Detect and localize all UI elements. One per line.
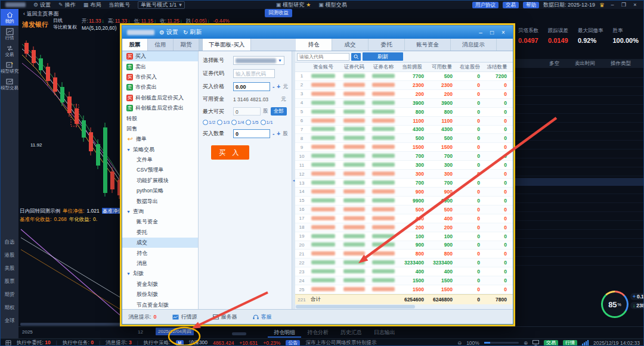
backtest-profit-button[interactable]: 回测收益 (265, 9, 292, 17)
bottom-tab[interactable]: 持仓分析 (301, 328, 335, 338)
menu-item[interactable]: 买科创板盘后定价买入 (122, 93, 198, 103)
tree-expand-icon[interactable]: ▼ (126, 148, 131, 152)
sidebar-market-item[interactable]: 股票 (1, 275, 18, 288)
sidebar-market-item[interactable]: 期权 (1, 301, 18, 314)
menu-item[interactable]: 卖卖出 (122, 61, 198, 71)
table-row[interactable]: 1650050000 (295, 205, 513, 214)
table-row[interactable]: 850050000 (295, 134, 513, 143)
qty-minus-button[interactable]: - (273, 130, 274, 137)
server-button[interactable]: 服务器 (213, 313, 237, 321)
table-row[interactable]: 61100110000 (295, 117, 513, 126)
table-refresh-button[interactable]: 刷新 (363, 52, 403, 61)
table-row[interactable]: 580080000 (295, 108, 513, 117)
table-row[interactable]: 1740040000 (295, 214, 513, 223)
operation-menu[interactable]: ✎操作 (58, 1, 76, 9)
menu-item[interactable]: 买市价买入 (122, 72, 198, 82)
buy-quantity-input[interactable] (233, 129, 270, 138)
strategy-icon[interactable]: M (176, 340, 184, 346)
timeline-mini-scrollbar[interactable] (232, 332, 246, 335)
table-row[interactable]: 2340040000 (295, 267, 513, 276)
menu-item[interactable]: 节点资金划拨 (122, 300, 198, 309)
fraction-radio[interactable]: 1/1 (261, 120, 273, 125)
table-row[interactable]: 159900990000 (295, 197, 513, 205)
bottom-tab[interactable]: 日志输出 (368, 328, 401, 338)
dialog-tab[interactable]: 信用 (148, 39, 174, 51)
column-header[interactable] (295, 63, 308, 71)
index-name[interactable]: 沪深300 (189, 339, 208, 346)
dialog-minimize-button[interactable]: – (476, 29, 485, 36)
table-row[interactable]: 1070070000 (295, 152, 513, 161)
fraction-radio[interactable]: 1/4 (231, 120, 244, 125)
all-button[interactable]: 全部 (271, 107, 287, 116)
menu-item[interactable]: 回售 (122, 124, 198, 134)
menu-item[interactable]: 文件单 (122, 155, 198, 165)
table-row[interactable]: 320020000 (295, 90, 513, 99)
dialog-tab[interactable]: 股票 (122, 39, 148, 51)
positions-tab[interactable]: 成交 (332, 39, 369, 51)
dialog-close-button[interactable]: × (499, 29, 508, 36)
bottom-tab[interactable]: 持仓明细 (268, 328, 301, 338)
dialog-settings-button[interactable]: ⚙设置 (159, 28, 178, 36)
menu-item[interactable]: 卖市价卖出 (122, 82, 198, 92)
table-row[interactable]: 2180080000 (295, 250, 513, 258)
window-close-button[interactable]: × (631, 2, 639, 8)
period-adjust-label[interactable]: 日线等比前复权 (53, 17, 77, 33)
zoom-slider[interactable] (484, 342, 519, 344)
column-header[interactable]: 在途股份 (456, 63, 484, 71)
menu-item[interactable]: ↩撤单 (122, 134, 198, 144)
menu-item[interactable]: ▼划拨 (122, 269, 198, 279)
settings-menu[interactable]: ⚙设置 (33, 1, 51, 9)
sidebar-market-item[interactable]: 自选 (1, 236, 18, 249)
table-row[interactable]: 43900390000 (295, 99, 513, 108)
buy-submit-button[interactable]: 买 入 (211, 145, 249, 160)
menu-item[interactable]: ▼策略交易 (122, 145, 198, 155)
positions-tab[interactable]: 持仓 (296, 39, 332, 51)
sidebar-item-chart[interactable]: 行情 (1, 26, 18, 42)
quote-source-button[interactable]: 行情源 (172, 313, 197, 321)
trade-button[interactable]: 交易 (503, 2, 519, 8)
crown-icon[interactable]: ♛ (599, 2, 605, 8)
menu-item[interactable]: 卖科创板盘后定价卖出 (122, 103, 198, 113)
sidebar-market-item[interactable]: 港股 (1, 249, 18, 262)
monitor-icon[interactable] (532, 340, 539, 345)
fraction-radio[interactable]: 1/5 (246, 120, 258, 125)
model-trade-menu[interactable]: ▣模型交易 (318, 1, 347, 9)
window-maximize-button[interactable]: ❐ (620, 2, 627, 8)
price-minus-button[interactable]: - (273, 83, 274, 90)
sidebar-item-research[interactable]: 模型研究 (1, 59, 18, 76)
dialog-maximize-button[interactable]: □ (487, 29, 497, 36)
buy-price-input[interactable] (233, 82, 270, 91)
sidebar-item-home[interactable]: 我的 (1, 9, 18, 26)
table-hscrollbar[interactable] (295, 304, 513, 309)
menu-item[interactable]: ▼查询 (122, 207, 198, 217)
table-row[interactable]: 91500150000 (295, 143, 513, 152)
column-header[interactable]: 可用数量 (428, 63, 456, 71)
positions-tab[interactable]: 账号资金 (405, 39, 451, 51)
sidebar-item-mtrade[interactable]: 模型交易 (1, 76, 18, 92)
fraction-radio[interactable]: 1/3 (217, 120, 230, 125)
menu-item[interactable]: 成交 (122, 238, 198, 248)
table-row[interactable]: 223233400323340000 (295, 258, 513, 267)
menu-item[interactable]: 消息 (122, 258, 198, 269)
table-row[interactable]: 1130030000 (295, 161, 513, 170)
order-panel-title-tab[interactable]: 下单面板-买入 (202, 39, 251, 51)
layout-menu[interactable]: ▦布局 (83, 1, 101, 9)
tree-expand-icon[interactable]: ▼ (126, 210, 131, 214)
table-row[interactable]: 241500150000 (295, 276, 513, 285)
menu-item[interactable]: 数据导出 (122, 196, 198, 206)
table-row[interactable]: 1770050007200 (295, 72, 513, 81)
price-plus-button[interactable]: + (277, 83, 280, 90)
table-row[interactable]: 1370070000 (295, 179, 513, 188)
table-row[interactable]: 1230030000 (295, 170, 513, 179)
dialog-titlebar[interactable]: ⚙设置 ↻刷新 – □ × (122, 26, 513, 39)
zoom-out-icon[interactable]: ⊖ (457, 340, 462, 346)
table-row[interactable]: 1910010000 (295, 232, 513, 241)
table-row[interactable]: 22300230000 (295, 81, 513, 90)
menu-item[interactable]: 股份划拨 (122, 289, 198, 300)
column-header[interactable]: 证券名称 (370, 63, 397, 71)
menu-item[interactable]: 委托 (122, 227, 198, 238)
menu-item[interactable]: 资金划拨 (122, 279, 198, 289)
stock-code-input[interactable] (233, 69, 275, 78)
help-button[interactable]: 帮助 (523, 2, 539, 8)
menu-item[interactable]: 持仓 (122, 248, 198, 258)
